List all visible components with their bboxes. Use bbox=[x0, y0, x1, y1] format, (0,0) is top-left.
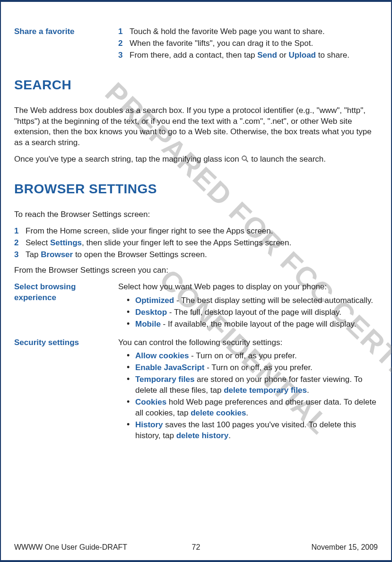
step-text: When the favorite "lifts", you can drag … bbox=[130, 38, 378, 49]
list-item: 1Touch & hold the favorite Web page you … bbox=[118, 26, 378, 37]
step-number: 2 bbox=[118, 38, 130, 49]
security-intro: You can control the following security s… bbox=[118, 337, 378, 348]
step-text: From there, add a contact, then tap Send… bbox=[130, 50, 378, 61]
security-settings-section: Security settings You can control the fo… bbox=[14, 337, 378, 442]
search-para-2: Once you've type a search string, tap th… bbox=[14, 154, 378, 166]
browsing-experience-term: Select browsing experience bbox=[14, 282, 118, 331]
step-number: 1 bbox=[14, 226, 26, 237]
search-heading: SEARCH bbox=[14, 76, 378, 94]
step-number: 3 bbox=[14, 250, 26, 260]
security-def: You can control the following security s… bbox=[118, 337, 378, 442]
step-number: 3 bbox=[118, 50, 130, 61]
list-item: 2Select Settings, then slide your finger… bbox=[14, 238, 378, 249]
share-def: 1Touch & hold the favorite Web page you … bbox=[118, 26, 378, 62]
list-item: Mobile - If available, the mobile layout… bbox=[127, 319, 378, 330]
share-term: Share a favorite bbox=[14, 26, 118, 62]
step-text: Touch & hold the favorite Web page you w… bbox=[130, 26, 378, 37]
share-favorite-section: Share a favorite 1Touch & hold the favor… bbox=[14, 26, 378, 62]
svg-line-1 bbox=[246, 160, 248, 162]
browser-from: From the Browser Settings screen you can… bbox=[14, 265, 378, 276]
browsing-experience-def: Select how you want Web pages to display… bbox=[118, 282, 378, 331]
security-term: Security settings bbox=[14, 337, 118, 442]
browsing-experience-section: Select browsing experience Select how yo… bbox=[14, 282, 378, 331]
list-item: 3From there, add a contact, then tap Sen… bbox=[118, 50, 378, 61]
browser-settings-heading: BROWSER SETTINGS bbox=[14, 180, 378, 198]
list-item: 3Tap Browser to open the Browser Setting… bbox=[14, 250, 378, 260]
search-para-1: The Web address box doubles as a search … bbox=[14, 105, 378, 149]
step-text: Select Settings, then slide your finger … bbox=[26, 238, 378, 249]
list-item: Cookies hold Web page preferences and ot… bbox=[127, 397, 378, 419]
list-item: 1From the Home screen, slide your finger… bbox=[14, 226, 378, 237]
list-item: Temporary files are stored on your phone… bbox=[127, 374, 378, 396]
magnifying-glass-icon bbox=[241, 155, 249, 166]
browser-intro: To reach the Browser Settings screen: bbox=[14, 209, 378, 220]
experience-intro: Select how you want Web pages to display… bbox=[118, 282, 378, 293]
list-item: 2When the favorite "lifts", you can drag… bbox=[118, 38, 378, 49]
list-item: Desktop - The full, desktop layout of th… bbox=[127, 307, 378, 318]
step-text: From the Home screen, slide your finger … bbox=[26, 226, 378, 237]
step-number: 1 bbox=[118, 26, 130, 37]
footer-page-number: 72 bbox=[14, 542, 378, 553]
step-number: 2 bbox=[14, 238, 26, 249]
page-footer: WWWW One User Guide-DRAFT 72 November 15… bbox=[14, 542, 378, 553]
list-item: History saves the last 100 pages you've … bbox=[127, 420, 378, 441]
list-item: Enable JavaScript - Turn on or off, as y… bbox=[127, 363, 378, 373]
list-item: Optimized - The best display setting wil… bbox=[127, 295, 378, 306]
list-item: Allow cookies - Turn on or off, as you p… bbox=[127, 351, 378, 362]
step-text: Tap Browser to open the Browser Settings… bbox=[26, 250, 378, 260]
